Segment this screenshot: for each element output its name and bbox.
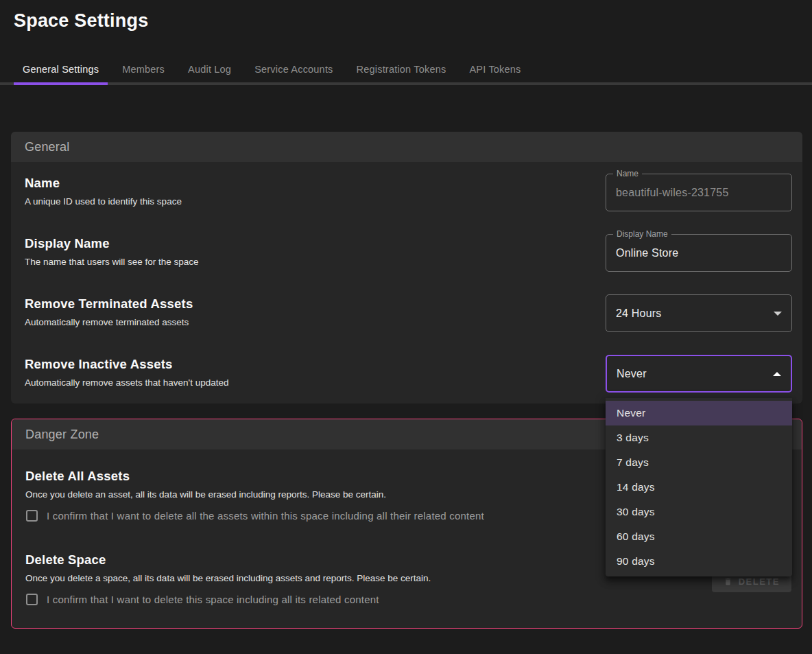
general-card-body: Name A unique ID used to identify this s… [11, 162, 802, 404]
tab-audit-log[interactable]: Audit Log [179, 56, 240, 82]
menu-item-never[interactable]: Never [606, 401, 792, 425]
remove-terminated-title: Remove Terminated Assets [25, 296, 193, 312]
delete-all-assets-confirm-checkbox[interactable] [26, 510, 38, 522]
remove-inactive-title: Remove Inactive Assets [25, 357, 229, 372]
tab-api-tokens[interactable]: API Tokens [460, 56, 529, 82]
tab-members[interactable]: Members [113, 56, 174, 82]
name-title: Name [25, 176, 182, 191]
remove-terminated-description: Automatically remove terminated assets [25, 317, 193, 327]
tab-bar: General Settings Members Audit Log Servi… [0, 56, 812, 85]
menu-item-3-days[interactable]: 3 days [606, 425, 792, 450]
space-settings-page: Space Settings General Settings Members … [0, 0, 812, 629]
tab-general-settings[interactable]: General Settings [14, 56, 108, 85]
setting-row-remove-inactive: Remove Inactive Assets Automatically rem… [11, 343, 802, 404]
display-name-title: Display Name [25, 236, 199, 251]
trash-icon [724, 576, 732, 587]
remove-inactive-select-value: Never [617, 368, 647, 380]
setting-row-display-name: Display Name The name that users will se… [11, 222, 802, 283]
display-name-description: The name that users will see for the spa… [25, 257, 199, 267]
display-name-input-value: Online Store [616, 247, 678, 259]
delete-space-confirm-checkbox[interactable] [26, 594, 38, 605]
menu-item-30-days[interactable]: 30 days [606, 500, 792, 524]
menu-item-14-days[interactable]: 14 days [606, 475, 792, 500]
remove-terminated-select[interactable]: 24 Hours [606, 294, 792, 332]
setting-row-name: Name A unique ID used to identify this s… [11, 162, 802, 222]
name-description: A unique ID used to identify this space [25, 196, 182, 207]
display-name-input-label: Display Name [613, 229, 671, 239]
delete-all-assets-confirm-label: I confirm that I want to delete all the … [47, 510, 484, 522]
delete-space-confirm-label: I confirm that I want to delete this spa… [47, 594, 379, 605]
setting-row-remove-terminated: Remove Terminated Assets Automatically r… [11, 283, 802, 343]
remove-inactive-dropdown-menu: Never 3 days 7 days 14 days 30 days 60 d… [606, 398, 792, 576]
display-name-input[interactable]: Display Name Online Store [606, 234, 792, 272]
tab-registration-tokens[interactable]: Registration Tokens [348, 56, 455, 82]
general-card: General Name A unique ID used to identif… [11, 132, 802, 404]
page-title: Space Settings [0, 0, 812, 32]
general-card-header: General [11, 132, 802, 162]
chevron-down-icon [774, 312, 782, 316]
menu-item-90-days[interactable]: 90 days [606, 549, 792, 574]
name-input-value: beautiful-wiles-231755 [616, 187, 729, 199]
tab-service-accounts[interactable]: Service Accounts [246, 56, 342, 82]
name-input-label: Name [613, 169, 642, 178]
remove-inactive-select[interactable]: Never [606, 355, 792, 393]
name-input[interactable]: Name beautiful-wiles-231755 [606, 174, 792, 211]
chevron-up-icon [773, 372, 781, 376]
menu-item-7-days[interactable]: 7 days [606, 450, 792, 475]
menu-item-60-days[interactable]: 60 days [606, 524, 792, 549]
delete-button-label: DELETE [739, 576, 780, 587]
remove-terminated-select-value: 24 Hours [616, 307, 662, 320]
remove-inactive-description: Automatically remove assets that haven't… [25, 377, 229, 388]
